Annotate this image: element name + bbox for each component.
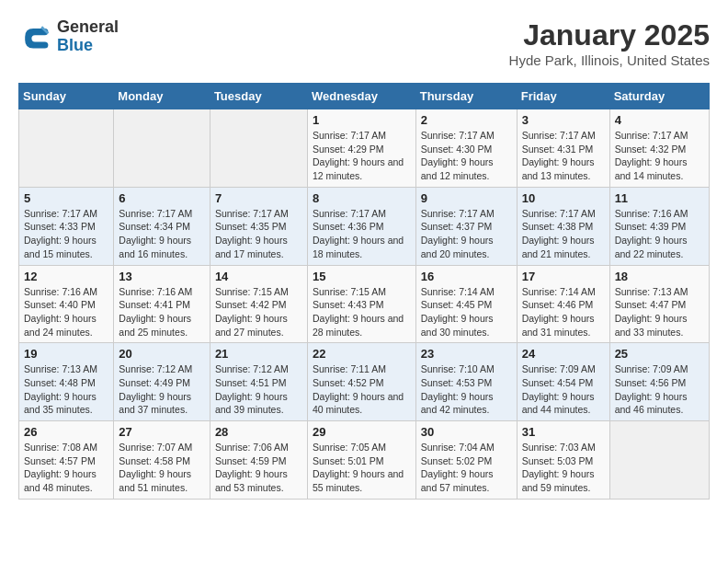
calendar-cell: 13Sunrise: 7:16 AMSunset: 4:41 PMDayligh… xyxy=(114,265,210,343)
logo: General Blue xyxy=(18,18,119,55)
calendar-cell: 21Sunrise: 7:12 AMSunset: 4:51 PMDayligh… xyxy=(210,343,307,421)
calendar-cell: 11Sunrise: 7:16 AMSunset: 4:39 PMDayligh… xyxy=(609,187,709,265)
day-info: Sunrise: 7:13 AMSunset: 4:47 PMDaylight:… xyxy=(615,285,704,339)
calendar-cell: 2Sunrise: 7:17 AMSunset: 4:30 PMDaylight… xyxy=(415,109,517,188)
day-number: 2 xyxy=(421,113,512,127)
day-number: 16 xyxy=(421,270,512,283)
weekday-header-row: SundayMondayTuesdayWednesdayThursdayFrid… xyxy=(19,84,710,109)
day-number: 12 xyxy=(24,270,108,283)
day-info: Sunrise: 7:13 AMSunset: 4:48 PMDaylight:… xyxy=(24,362,108,417)
calendar-cell: 7Sunrise: 7:17 AMSunset: 4:35 PMDaylight… xyxy=(210,187,307,265)
calendar-cell: 14Sunrise: 7:15 AMSunset: 4:42 PMDayligh… xyxy=(210,265,307,343)
day-number: 6 xyxy=(119,191,205,205)
day-number: 13 xyxy=(119,270,205,283)
day-info: Sunrise: 7:15 AMSunset: 4:42 PMDaylight:… xyxy=(215,285,302,339)
logo-text: General Blue xyxy=(57,18,119,55)
calendar-cell: 20Sunrise: 7:12 AMSunset: 4:49 PMDayligh… xyxy=(114,343,210,421)
week-row-4: 19Sunrise: 7:13 AMSunset: 4:48 PMDayligh… xyxy=(19,343,710,421)
day-number: 18 xyxy=(615,270,704,283)
calendar-cell: 6Sunrise: 7:17 AMSunset: 4:34 PMDaylight… xyxy=(114,187,210,265)
day-info: Sunrise: 7:12 AMSunset: 4:51 PMDaylight:… xyxy=(215,362,302,417)
day-number: 9 xyxy=(421,191,512,205)
calendar-cell: 17Sunrise: 7:14 AMSunset: 4:46 PMDayligh… xyxy=(517,265,609,343)
day-number: 27 xyxy=(119,425,205,439)
day-number: 17 xyxy=(522,270,605,283)
calendar-cell: 10Sunrise: 7:17 AMSunset: 4:38 PMDayligh… xyxy=(517,187,609,265)
day-info: Sunrise: 7:17 AMSunset: 4:38 PMDaylight:… xyxy=(522,207,605,261)
weekday-header-thursday: Thursday xyxy=(415,84,517,109)
day-number: 14 xyxy=(215,270,302,283)
day-info: Sunrise: 7:17 AMSunset: 4:35 PMDaylight:… xyxy=(215,207,302,261)
day-info: Sunrise: 7:17 AMSunset: 4:37 PMDaylight:… xyxy=(421,207,512,261)
calendar-cell: 3Sunrise: 7:17 AMSunset: 4:31 PMDaylight… xyxy=(517,109,609,188)
calendar-cell: 27Sunrise: 7:07 AMSunset: 4:58 PMDayligh… xyxy=(114,421,210,500)
calendar-table: SundayMondayTuesdayWednesdayThursdayFrid… xyxy=(18,83,710,500)
day-number: 30 xyxy=(421,425,512,439)
day-info: Sunrise: 7:14 AMSunset: 4:45 PMDaylight:… xyxy=(421,285,512,339)
day-info: Sunrise: 7:17 AMSunset: 4:30 PMDaylight:… xyxy=(421,129,512,183)
day-number: 31 xyxy=(522,425,605,439)
title-block: January 2025 Hyde Park, Illinois, United… xyxy=(509,18,710,68)
calendar-cell xyxy=(19,109,114,188)
day-number: 4 xyxy=(615,113,704,127)
logo-icon xyxy=(18,20,51,53)
calendar-cell: 30Sunrise: 7:04 AMSunset: 5:02 PMDayligh… xyxy=(415,421,517,500)
calendar-cell: 24Sunrise: 7:09 AMSunset: 4:54 PMDayligh… xyxy=(517,343,609,421)
day-info: Sunrise: 7:12 AMSunset: 4:49 PMDaylight:… xyxy=(119,362,205,417)
day-number: 1 xyxy=(313,113,411,127)
day-info: Sunrise: 7:09 AMSunset: 4:54 PMDaylight:… xyxy=(522,362,605,417)
day-info: Sunrise: 7:05 AMSunset: 5:01 PMDaylight:… xyxy=(313,441,411,495)
day-number: 26 xyxy=(24,425,108,439)
calendar-cell xyxy=(114,109,210,188)
logo-general: General xyxy=(57,18,119,37)
day-number: 11 xyxy=(615,191,704,205)
day-number: 5 xyxy=(24,191,108,205)
calendar-cell xyxy=(210,109,307,188)
day-info: Sunrise: 7:10 AMSunset: 4:53 PMDaylight:… xyxy=(421,362,512,417)
day-number: 21 xyxy=(215,347,302,361)
day-number: 23 xyxy=(421,347,512,361)
day-number: 28 xyxy=(215,425,302,439)
calendar-cell: 1Sunrise: 7:17 AMSunset: 4:29 PMDaylight… xyxy=(307,109,415,188)
calendar-subtitle: Hyde Park, Illinois, United States xyxy=(509,52,710,68)
day-number: 29 xyxy=(313,425,411,439)
day-number: 19 xyxy=(24,347,108,361)
day-info: Sunrise: 7:16 AMSunset: 4:41 PMDaylight:… xyxy=(119,285,205,339)
page-header: General Blue January 2025 Hyde Park, Ill… xyxy=(18,18,710,68)
day-info: Sunrise: 7:07 AMSunset: 4:58 PMDaylight:… xyxy=(119,441,205,495)
calendar-cell: 5Sunrise: 7:17 AMSunset: 4:33 PMDaylight… xyxy=(19,187,114,265)
day-info: Sunrise: 7:16 AMSunset: 4:40 PMDaylight:… xyxy=(24,285,108,339)
day-number: 10 xyxy=(522,191,605,205)
calendar-cell: 15Sunrise: 7:15 AMSunset: 4:43 PMDayligh… xyxy=(307,265,415,343)
weekday-header-saturday: Saturday xyxy=(609,84,709,109)
calendar-cell: 22Sunrise: 7:11 AMSunset: 4:52 PMDayligh… xyxy=(307,343,415,421)
calendar-title: January 2025 xyxy=(509,18,710,52)
calendar-cell: 8Sunrise: 7:17 AMSunset: 4:36 PMDaylight… xyxy=(307,187,415,265)
week-row-5: 26Sunrise: 7:08 AMSunset: 4:57 PMDayligh… xyxy=(19,421,710,500)
calendar-cell: 12Sunrise: 7:16 AMSunset: 4:40 PMDayligh… xyxy=(19,265,114,343)
calendar-cell: 25Sunrise: 7:09 AMSunset: 4:56 PMDayligh… xyxy=(609,343,709,421)
day-info: Sunrise: 7:08 AMSunset: 4:57 PMDaylight:… xyxy=(24,441,108,495)
day-number: 25 xyxy=(615,347,704,361)
calendar-cell: 28Sunrise: 7:06 AMSunset: 4:59 PMDayligh… xyxy=(210,421,307,500)
day-number: 3 xyxy=(522,113,605,127)
day-info: Sunrise: 7:17 AMSunset: 4:36 PMDaylight:… xyxy=(313,207,411,261)
day-info: Sunrise: 7:17 AMSunset: 4:34 PMDaylight:… xyxy=(119,207,205,261)
day-number: 8 xyxy=(313,191,411,205)
calendar-cell: 9Sunrise: 7:17 AMSunset: 4:37 PMDaylight… xyxy=(415,187,517,265)
calendar-cell: 16Sunrise: 7:14 AMSunset: 4:45 PMDayligh… xyxy=(415,265,517,343)
calendar-cell: 4Sunrise: 7:17 AMSunset: 4:32 PMDaylight… xyxy=(609,109,709,188)
day-info: Sunrise: 7:17 AMSunset: 4:33 PMDaylight:… xyxy=(24,207,108,261)
day-info: Sunrise: 7:17 AMSunset: 4:31 PMDaylight:… xyxy=(522,129,605,183)
logo-blue: Blue xyxy=(57,37,119,55)
day-info: Sunrise: 7:09 AMSunset: 4:56 PMDaylight:… xyxy=(615,362,704,417)
day-number: 15 xyxy=(313,270,411,283)
weekday-header-wednesday: Wednesday xyxy=(307,84,415,109)
day-number: 20 xyxy=(119,347,205,361)
day-info: Sunrise: 7:17 AMSunset: 4:32 PMDaylight:… xyxy=(615,129,704,183)
day-number: 7 xyxy=(215,191,302,205)
calendar-cell xyxy=(609,421,709,500)
day-number: 22 xyxy=(313,347,411,361)
weekday-header-friday: Friday xyxy=(517,84,609,109)
calendar-cell: 29Sunrise: 7:05 AMSunset: 5:01 PMDayligh… xyxy=(307,421,415,500)
